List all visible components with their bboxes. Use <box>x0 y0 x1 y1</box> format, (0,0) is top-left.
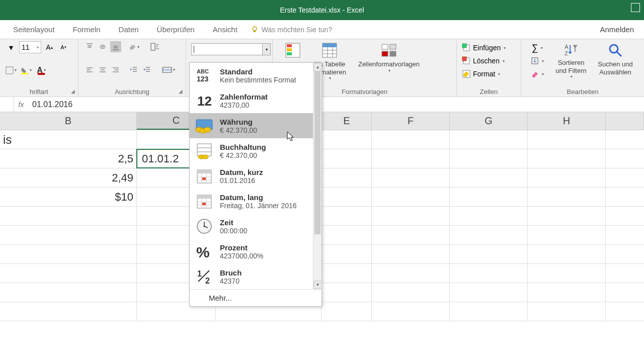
fill-color-icon[interactable]: ▾ <box>21 65 32 76</box>
cell-b2[interactable]: 2,5 <box>0 149 137 168</box>
cell-e7[interactable] <box>321 245 372 263</box>
fx-icon[interactable]: fx <box>14 101 28 109</box>
increase-font-icon[interactable]: A▴ <box>44 42 55 53</box>
format-cells-button[interactable]: Format▾ <box>462 67 516 80</box>
cells-area[interactable]: is 2,5 01.01.2 2,49 $10 <box>0 130 644 321</box>
cell-g1[interactable] <box>450 130 528 149</box>
cell-h9[interactable] <box>528 283 606 302</box>
cell-e6[interactable] <box>321 226 372 244</box>
cell-g10[interactable] <box>450 302 528 321</box>
font-color-icon[interactable]: A▾ <box>36 65 47 76</box>
format-item-prozent[interactable]: %Prozent4237000,00% <box>190 239 321 264</box>
cell-f7[interactable] <box>372 245 450 263</box>
cell-b5[interactable] <box>0 207 137 225</box>
align-bottom-icon[interactable] <box>110 41 121 52</box>
decrease-font-icon[interactable]: A▾ <box>58 42 69 53</box>
sign-in-link[interactable]: Anmelden <box>590 20 644 39</box>
col-header-b[interactable]: B <box>0 112 137 130</box>
window-control-icon[interactable] <box>631 3 640 12</box>
cell-b6[interactable] <box>0 226 137 244</box>
cell-h2[interactable] <box>528 149 606 168</box>
format-item-standard[interactable]: ABC123StandardKein bestimmtes Format <box>190 63 321 88</box>
align-left-icon[interactable] <box>84 64 95 75</box>
cell-h5[interactable] <box>528 207 606 225</box>
autosum-button[interactable]: ∑▾ <box>526 41 548 54</box>
clear-button[interactable]: ▾ <box>526 67 548 80</box>
cell-g4[interactable] <box>450 188 528 206</box>
cell-h1[interactable] <box>528 130 606 149</box>
font-name-dropdown-arrow[interactable]: ▾ <box>6 42 17 53</box>
cell-b7[interactable] <box>0 245 137 263</box>
cell-f5[interactable] <box>372 207 450 225</box>
cell-g2[interactable] <box>450 149 528 168</box>
cell-f6[interactable] <box>372 226 450 244</box>
orientation-icon[interactable]: ab▾ <box>128 41 139 52</box>
number-format-combo[interactable]: ▾ <box>191 43 271 55</box>
cell-f9[interactable] <box>372 283 450 302</box>
cell-e9[interactable] <box>321 283 372 302</box>
format-item-w-hrung[interactable]: Währung€ 42.370,00 <box>190 113 321 138</box>
col-header-h[interactable]: H <box>528 112 606 130</box>
tab-daten[interactable]: Daten <box>110 20 148 39</box>
alignment-launcher-icon[interactable]: ◢ <box>178 88 184 95</box>
cell-h4[interactable] <box>528 188 606 206</box>
cell-b1[interactable]: is <box>0 130 137 149</box>
format-dropdown-scrollbar[interactable]: ▲ ▼ <box>313 63 321 289</box>
cell-e8[interactable] <box>321 264 372 283</box>
align-middle-icon[interactable] <box>97 41 108 52</box>
decrease-indent-icon[interactable] <box>128 64 139 75</box>
cell-e1[interactable] <box>321 130 372 149</box>
col-header-e[interactable]: E <box>321 112 372 130</box>
cell-b10[interactable] <box>0 302 137 321</box>
tab-formeln[interactable]: Formeln <box>64 20 110 39</box>
formula-input[interactable]: 01.01.2016 <box>28 100 644 109</box>
wrap-text-icon[interactable] <box>148 41 163 52</box>
delete-cells-button[interactable]: Löschen▾ <box>462 54 516 67</box>
col-header-i[interactable] <box>606 112 644 130</box>
cell-e3[interactable] <box>321 168 372 187</box>
format-item-zeit[interactable]: Zeit00:00:00 <box>190 214 321 239</box>
cell-g6[interactable] <box>450 226 528 244</box>
increase-indent-icon[interactable] <box>141 64 152 75</box>
cell-g5[interactable] <box>450 207 528 225</box>
merge-center-icon[interactable]: ▾ <box>162 64 176 75</box>
align-top-icon[interactable] <box>84 41 95 52</box>
number-format-dropdown-arrow[interactable]: ▾ <box>262 44 270 55</box>
cell-e4[interactable] <box>321 188 372 206</box>
cell-b3[interactable]: 2,49 <box>0 168 137 187</box>
fill-button[interactable]: ▾ <box>526 54 548 67</box>
cell-h7[interactable] <box>528 245 606 263</box>
tab-seitenlayout[interactable]: Seitenlayout <box>4 20 64 39</box>
insert-cells-button[interactable]: Einfügen▾ <box>462 41 516 54</box>
scroll-down-icon[interactable]: ▼ <box>313 281 322 289</box>
cell-f10[interactable] <box>372 302 450 321</box>
find-select-button[interactable]: Suchen und Auswählen <box>594 41 637 80</box>
cell-h6[interactable] <box>528 226 606 244</box>
cell-e2[interactable] <box>321 149 372 168</box>
format-item-buchhaltung[interactable]: Buchhaltung€ 42.370,00 <box>190 138 321 163</box>
tell-me-search[interactable]: Was möchten Sie tun? <box>251 20 332 39</box>
sort-filter-button[interactable]: AZ Sortieren und Filtern▾ <box>548 41 594 80</box>
cell-h3[interactable] <box>528 168 606 187</box>
align-right-icon[interactable] <box>110 64 121 75</box>
col-header-g[interactable]: G <box>450 112 528 130</box>
cell-e5[interactable] <box>321 207 372 225</box>
cell-h10[interactable] <box>528 302 606 321</box>
cell-styles-button[interactable]: Zellenformatvorlagen▾ <box>351 41 427 74</box>
cell-g8[interactable] <box>450 264 528 283</box>
name-box[interactable] <box>0 97 14 112</box>
col-header-f[interactable]: F <box>372 112 450 130</box>
scroll-thumb[interactable] <box>314 71 320 234</box>
font-size-input[interactable]: 11▾ <box>19 41 41 53</box>
cell-g9[interactable] <box>450 283 528 302</box>
tab-ansicht[interactable]: Ansicht <box>204 20 247 39</box>
format-item-datum-lang[interactable]: Datum, langFreitag, 01. Jänner 2016 <box>190 189 321 214</box>
cell-f8[interactable] <box>372 264 450 283</box>
cell-b9[interactable] <box>0 283 137 302</box>
cell-f4[interactable] <box>372 188 450 206</box>
cell-f3[interactable] <box>372 168 450 187</box>
cell-f2[interactable] <box>372 149 450 168</box>
border-icon[interactable]: ▾ <box>6 65 17 76</box>
format-item-bruch[interactable]: 12Bruch42370 <box>190 264 321 289</box>
font-launcher-icon[interactable]: ◢ <box>70 88 76 95</box>
